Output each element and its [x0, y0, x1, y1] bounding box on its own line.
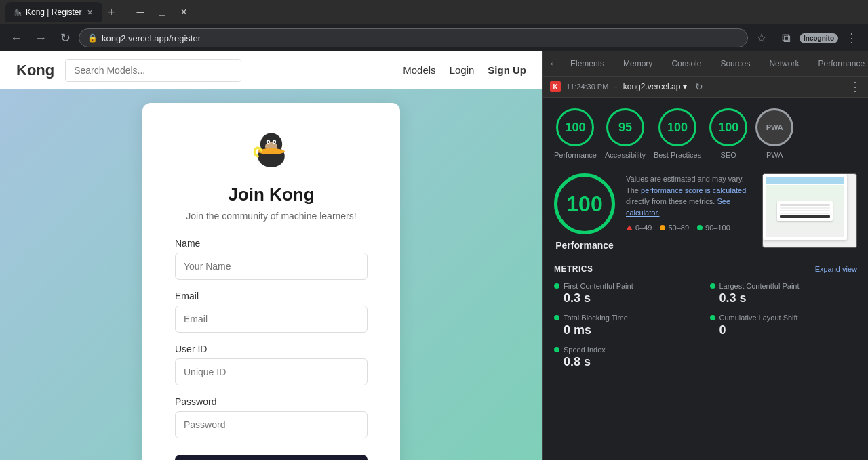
card-subtitle: Join the community of machine learners!: [175, 211, 368, 222]
metric-cls: Cumulative Layout Shift 0: [710, 314, 858, 337]
devtools-tab-elements[interactable]: Elements: [562, 56, 612, 71]
range-label-green: 90–100: [705, 224, 730, 232]
address-bar[interactable]: 🔒 kong2.vercel.app/register: [79, 28, 748, 47]
big-score-value: 100: [566, 192, 602, 217]
metric-name-fcp: First Contentful Paint: [564, 282, 633, 290]
tab-close-button[interactable]: ×: [86, 5, 94, 19]
site-navbar: Kong Models Login Sign Up: [0, 51, 542, 89]
perf-description: Values are estimated and may vary. The p…: [626, 173, 751, 218]
score-circle-performance: 100: [556, 108, 594, 146]
bookmark-button[interactable]: ☆: [751, 27, 772, 49]
devtools-tab-console[interactable]: Console: [663, 56, 709, 71]
metric-dot-fcp: [554, 283, 559, 289]
browser-tab-active[interactable]: 🦍 Kong | Register ×: [5, 2, 102, 22]
score-label-performance: Performance: [554, 150, 597, 160]
site-logo: Kong: [16, 62, 54, 79]
perf-right: Values are estimated and may vary. The p…: [626, 173, 751, 243]
range-green: 90–100: [697, 224, 730, 232]
devtools-url-bar: K 11:24:30 PM - kong2.vercel.ap ▾ ↻ ⋮: [543, 76, 868, 98]
incognito-badge: Incognito: [800, 33, 838, 43]
range-icon-orange: [660, 225, 665, 230]
window-controls: ─ □ ×: [131, 3, 193, 22]
lock-icon: 🔒: [87, 33, 98, 43]
devtools-favicon: K: [550, 81, 561, 92]
metric-dot-tbt: [554, 315, 559, 320]
nav-models-link[interactable]: Models: [403, 64, 435, 76]
menu-button[interactable]: ⋮: [841, 27, 863, 49]
score-value-pwa: PWA: [766, 123, 783, 131]
lighthouse-content: 100 Performance 95 Accessibility 100 Bes…: [543, 98, 868, 460]
website-panel: Kong Models Login Sign Up: [0, 51, 542, 460]
email-label: Email: [175, 291, 368, 301]
back-button[interactable]: ←: [5, 27, 27, 49]
perf-link1[interactable]: performance score is calculated: [641, 186, 746, 194]
toolbar-right: ☆ ⧉ Incognito ⋮: [751, 27, 863, 49]
metrics-grid: First Contentful Paint 0.3 s Largest Con…: [554, 282, 857, 369]
url-display: kong2.vercel.app/register: [102, 33, 739, 43]
thumbnail-mockup: [763, 174, 847, 240]
tab-favicon: 🦍: [14, 9, 22, 16]
score-accessibility: 95 Accessibility: [605, 108, 646, 160]
scores-row: 100 Performance 95 Accessibility 100 Bes…: [554, 108, 857, 160]
metric-name-tbt: Total Blocking Time: [564, 314, 628, 322]
score-value-performance: 100: [565, 121, 585, 135]
name-input[interactable]: [175, 253, 368, 280]
score-circle-pwa: PWA: [755, 108, 793, 146]
metric-fcp-header: First Contentful Paint: [554, 282, 702, 290]
nav-signup-link[interactable]: Sign Up: [488, 64, 526, 76]
search-input[interactable]: [65, 59, 241, 82]
metric-value-cls: 0: [710, 323, 858, 337]
devtools-tab-sources[interactable]: Sources: [712, 56, 758, 71]
range-orange: 50–89: [660, 224, 689, 232]
metric-value-si: 0.8 s: [554, 355, 702, 369]
range-icon-green: [697, 225, 703, 230]
email-form-group: Email: [175, 291, 368, 333]
devtools-tab-network[interactable]: Network: [761, 56, 807, 71]
devtools-tab-memory[interactable]: Memory: [615, 56, 660, 71]
userid-input[interactable]: [175, 358, 368, 385]
score-label-seo: SEO: [721, 150, 736, 160]
close-window-button[interactable]: ×: [174, 3, 193, 22]
score-performance: 100 Performance: [554, 108, 597, 160]
metric-dot-lcp: [710, 283, 715, 289]
devtools-time: 11:24:30 PM: [566, 83, 608, 91]
devtools-arrow-left[interactable]: ←: [549, 54, 559, 73]
metric-name-lcp: Largest Contentful Paint: [719, 282, 800, 290]
svg-point-5: [268, 141, 270, 143]
range-label-orange: 50–89: [668, 224, 689, 232]
score-label-accessibility: Accessibility: [605, 150, 646, 160]
extensions-button[interactable]: ⧉: [775, 27, 797, 49]
big-score-label: Performance: [555, 240, 614, 251]
metric-name-cls: Cumulative Layout Shift: [719, 314, 798, 322]
minimize-button[interactable]: ─: [131, 3, 150, 22]
range-legend: 0–49 50–89 90–100: [626, 224, 751, 232]
site-thumbnail: [762, 173, 857, 248]
score-value-seo: 100: [718, 121, 738, 135]
score-best-practices: 100 Best Practices: [654, 108, 701, 160]
metrics-header: METRICS Expand view: [554, 264, 857, 274]
new-tab-button[interactable]: +: [102, 3, 121, 22]
devtools-url-more-button[interactable]: ⋮: [849, 79, 861, 94]
metric-lcp-header: Largest Contentful Paint: [710, 282, 858, 290]
devtools-reload-button[interactable]: ↻: [695, 81, 703, 92]
metric-fcp: First Contentful Paint 0.3 s: [554, 282, 702, 306]
score-value-accessibility: 95: [618, 121, 632, 135]
signup-submit-button[interactable]: Sign Up: [175, 455, 368, 460]
email-input[interactable]: [175, 306, 368, 333]
maximize-button[interactable]: □: [153, 3, 172, 22]
metric-si: Speed Index 0.8 s: [554, 346, 702, 369]
devtools-url-site[interactable]: kong2.vercel.ap ▾: [623, 82, 687, 91]
tab-title: Kong | Register: [26, 7, 82, 17]
reload-button[interactable]: ↻: [54, 27, 76, 49]
nav-login-link[interactable]: Login: [450, 64, 475, 76]
svg-point-6: [274, 141, 276, 143]
password-input[interactable]: [175, 411, 368, 438]
card-logo: [247, 125, 296, 173]
forward-button[interactable]: →: [30, 27, 52, 49]
userid-label: User ID: [175, 343, 368, 354]
register-card: Join Kong Join the community of machine …: [142, 103, 400, 460]
expand-view-button[interactable]: Expand view: [815, 265, 857, 273]
range-red: 0–49: [626, 224, 652, 232]
devtools-tab-performance[interactable]: Performance: [810, 56, 868, 71]
perf-left: 100 Performance: [554, 173, 615, 251]
